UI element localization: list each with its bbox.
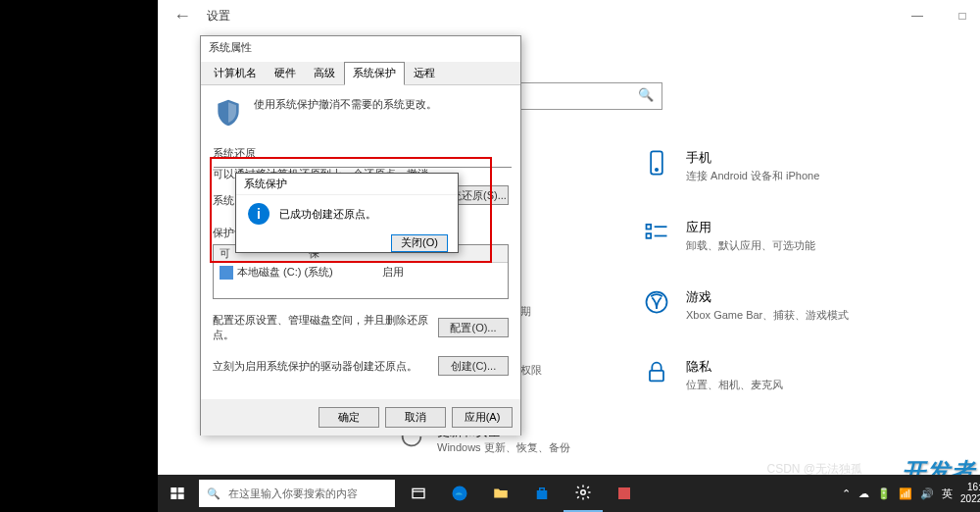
info-icon: i <box>248 203 270 225</box>
svg-rect-10 <box>171 494 176 499</box>
file-explorer-icon[interactable] <box>481 475 520 512</box>
clock-date: 2022/9/7 <box>960 493 980 505</box>
tab-system-protection[interactable]: 系统保护 <box>344 62 405 85</box>
taskbar: 🔍 在这里输入你要搜索的内容 ⌃ ☁ 🔋 📶 🔊 英 16:36 2022/9/… <box>158 475 980 512</box>
category-desc: 连接 Android 设备和 iPhone <box>686 169 819 183</box>
system-tray: ⌃ ☁ 🔋 📶 🔊 英 16:36 2022/9/7 💬 <box>842 482 980 505</box>
svg-rect-11 <box>178 494 184 499</box>
category-desc: 卸载、默认应用、可选功能 <box>686 238 815 253</box>
tab-computername[interactable]: 计算机名 <box>205 62 266 84</box>
category-phone[interactable]: 手机连接 Android 设备和 iPhone <box>643 149 980 183</box>
create-button[interactable]: 创建(C)... <box>438 356 509 376</box>
phone-icon <box>643 149 670 177</box>
edge-icon[interactable] <box>440 475 479 512</box>
system-restore-label: 系统还原 <box>213 146 509 161</box>
category-title: 游戏 <box>686 288 849 306</box>
tray-onedrive-icon[interactable]: ☁ <box>858 487 869 500</box>
message-title: 系统保护 <box>236 174 458 195</box>
hidden-text: 期 <box>520 304 531 319</box>
shield-icon <box>213 97 244 128</box>
settings-titlebar: ← 设置 — □ ✕ <box>158 0 980 31</box>
task-view-button[interactable] <box>399 475 438 512</box>
create-text: 立刻为启用系统保护的驱动器创建还原点。 <box>213 359 428 374</box>
annotation-cut-line <box>214 167 512 168</box>
svg-point-16 <box>581 490 586 495</box>
system-protection-message-dialog: 系统保护 i 已成功创建还原点。 关闭(O) <box>235 173 459 253</box>
disk-icon <box>220 266 233 280</box>
start-button[interactable] <box>158 475 197 512</box>
ok-button[interactable]: 确定 <box>318 407 379 428</box>
tabs-row: 计算机名 硬件 高级 系统保护 远程 <box>201 62 520 85</box>
clock-time: 16:36 <box>960 482 980 493</box>
tray-volume-icon[interactable]: 🔊 <box>920 487 934 500</box>
category-privacy[interactable]: 隐私位置、相机、麦克风 <box>643 358 980 392</box>
app-icon[interactable] <box>605 475 644 512</box>
window-controls: — □ ✕ <box>895 0 980 31</box>
search-icon: 🔍 <box>207 487 220 500</box>
settings-taskbar-icon[interactable] <box>564 475 603 512</box>
minimize-button[interactable]: — <box>895 0 940 31</box>
taskbar-clock[interactable]: 16:36 2022/9/7 <box>960 482 980 505</box>
category-desc: Windows 更新、恢复、备份 <box>437 440 570 455</box>
category-desc: Xbox Game Bar、捕获、游戏模式 <box>686 308 849 323</box>
maximize-button[interactable]: □ <box>940 0 980 31</box>
drive-status: 启用 <box>382 265 404 280</box>
svg-rect-8 <box>171 487 176 492</box>
ime-indicator[interactable]: 英 <box>942 486 953 501</box>
svg-rect-9 <box>178 487 184 492</box>
category-title: 隐私 <box>686 358 783 376</box>
svg-rect-3 <box>647 233 652 238</box>
back-button[interactable]: ← <box>168 1 197 30</box>
search-placeholder: 在这里输入你要搜索的内容 <box>228 486 358 501</box>
close-button[interactable]: 关闭(O) <box>391 234 448 252</box>
svg-rect-17 <box>618 487 630 499</box>
message-text: 已成功创建还原点。 <box>279 207 376 222</box>
configure-button[interactable]: 配置(O)... <box>438 318 509 337</box>
svg-rect-12 <box>413 488 424 497</box>
svg-rect-2 <box>647 225 652 230</box>
category-title: 手机 <box>686 149 819 167</box>
search-icon: 🔍 <box>638 87 654 102</box>
col-drive: 可 <box>220 246 230 261</box>
header-text: 使用系统保护撤消不需要的系统更改。 <box>254 97 437 112</box>
apply-button[interactable]: 应用(A) <box>452 407 513 428</box>
taskbar-search-input[interactable]: 🔍 在这里输入你要搜索的内容 <box>199 480 395 507</box>
tray-chevron-icon[interactable]: ⌃ <box>842 487 851 500</box>
tab-hardware[interactable]: 硬件 <box>266 62 305 84</box>
apps-icon <box>643 219 670 246</box>
store-icon[interactable] <box>522 475 562 512</box>
cancel-button[interactable]: 取消 <box>385 407 446 428</box>
tray-battery-icon[interactable]: 🔋 <box>877 487 891 500</box>
page-title: 设置 <box>447 41 980 71</box>
category-title: 应用 <box>686 219 815 236</box>
svg-rect-15 <box>537 490 548 499</box>
dialog-title: 系统属性 <box>201 36 520 62</box>
settings-app-title: 设置 <box>207 8 230 25</box>
drive-row[interactable]: 本地磁盘 (C:) (系统)启用 <box>214 263 508 282</box>
tray-network-icon[interactable]: 📶 <box>899 487 912 500</box>
category-apps[interactable]: 应用卸载、默认应用、可选功能 <box>643 219 980 253</box>
svg-rect-7 <box>650 371 663 382</box>
lock-icon <box>643 358 670 385</box>
category-desc: 位置、相机、麦克风 <box>686 378 783 392</box>
xbox-icon <box>643 288 670 316</box>
hidden-text: 权限 <box>520 363 542 378</box>
tab-advanced[interactable]: 高级 <box>305 62 344 84</box>
svg-point-1 <box>656 169 658 171</box>
configure-text: 配置还原设置、管理磁盘空间，并且删除还原点。 <box>213 313 428 342</box>
windows-logo-icon <box>170 486 185 501</box>
category-gaming[interactable]: 游戏Xbox Game Bar、捕获、游戏模式 <box>643 288 980 323</box>
tab-remote[interactable]: 远程 <box>405 62 444 84</box>
